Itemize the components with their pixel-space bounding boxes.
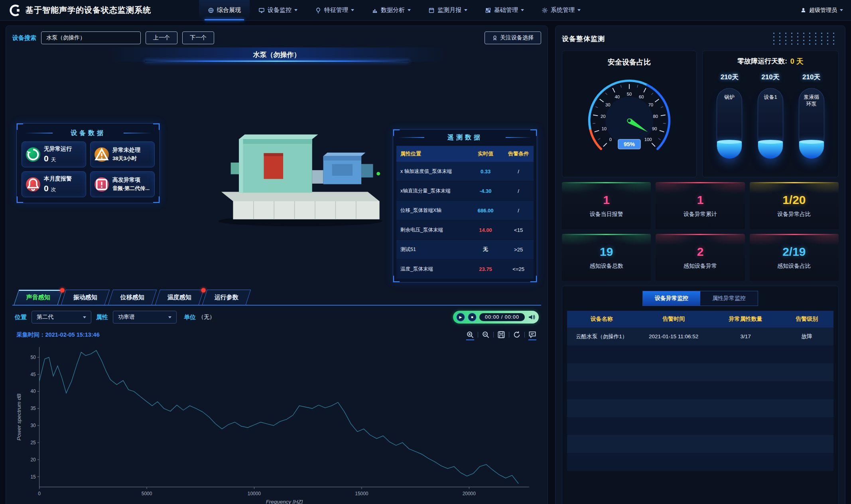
tank-name: 设备1	[758, 94, 783, 101]
alarm-tab-bar: 设备异常监控属性异常监控	[642, 291, 758, 306]
alarm-time: 2021-01-15 11:06:52	[636, 333, 711, 339]
machine-3d-view[interactable]	[204, 95, 391, 239]
device-title-banner: 水泵（勿操作）	[12, 47, 541, 62]
monitor-icon	[258, 7, 265, 14]
user-icon	[800, 7, 806, 13]
next-device-button[interactable]: 下一个	[182, 31, 214, 44]
attribute-select[interactable]: 功率谱	[113, 311, 177, 324]
analysis-icon	[372, 7, 378, 14]
nav-item-feature[interactable]: 特征管理	[306, 0, 363, 20]
stat-value: 19	[600, 245, 613, 259]
telemetry-attr: 测试51	[396, 246, 468, 253]
tank-name: 锅炉	[717, 94, 742, 101]
sense-tab[interactable]: 位移感知	[108, 290, 157, 305]
telemetry-cond: /	[503, 208, 534, 214]
nav-label: 设备监控	[268, 6, 292, 14]
tile-label: 本月度报警	[44, 175, 72, 182]
alarm-tab[interactable]: 设备异常监控	[643, 291, 700, 306]
feature-icon	[315, 7, 321, 14]
position-select[interactable]: 第二代	[32, 311, 91, 324]
user-name: 超级管理员	[809, 7, 837, 14]
base-icon	[485, 7, 491, 14]
alarm-row-empty	[567, 381, 833, 399]
chevron-down-icon	[464, 9, 467, 11]
alert-dot-badge	[60, 288, 65, 292]
stop-icon[interactable]: ■	[468, 313, 477, 322]
svg-text:0: 0	[38, 491, 41, 496]
refresh-icon[interactable]	[512, 330, 522, 339]
sense-tab-label: 位移感知	[120, 294, 144, 301]
alarm-row[interactable]: 云酷水泵（勿操作1）2021-01-15 11:06:523/17故障	[567, 328, 833, 345]
tank-liquid	[799, 142, 824, 159]
svg-text:40: 40	[30, 388, 36, 394]
overview-stat-card: 2感知设备异常	[656, 234, 745, 281]
report-icon	[428, 7, 435, 14]
stat-edge-glow	[750, 182, 839, 183]
save-icon	[496, 330, 506, 339]
position-label: 位置	[15, 314, 27, 321]
telemetry-cond: /	[503, 169, 534, 175]
chevron-down-icon	[408, 9, 411, 11]
svg-text:40: 40	[615, 94, 620, 99]
zoom-reset-icon[interactable]	[481, 330, 491, 339]
dashboard-icon	[208, 7, 214, 14]
telemetry-value: 686.00	[468, 208, 503, 214]
sense-tab[interactable]: 振动感知	[61, 290, 110, 305]
search-input[interactable]	[41, 31, 141, 44]
dashboard-icon	[208, 7, 214, 14]
svg-text:20: 20	[601, 114, 606, 119]
svg-text:25: 25	[30, 440, 36, 445]
sense-tab-label: 运行参数	[215, 294, 238, 301]
user-menu[interactable]: 超级管理员	[800, 7, 843, 14]
base-icon	[485, 7, 491, 14]
tank-liquid	[758, 142, 783, 159]
svg-text:5000: 5000	[142, 491, 152, 496]
audio-player[interactable]: ▶ ■ 00:00 / 00:00	[453, 311, 539, 324]
svg-text:35: 35	[30, 406, 36, 411]
telemetry-rows: x 轴加速度值_泵体末端0.33/x轴直流分量_泵体末端-4.30/位移_泵体首…	[396, 162, 534, 279]
svg-text:15000: 15000	[355, 491, 368, 496]
monitor-icon	[258, 7, 265, 14]
attribute-label: 属性	[96, 314, 108, 321]
play-icon[interactable]: ▶	[456, 313, 465, 322]
save-icon[interactable]	[496, 330, 506, 339]
telemetry-attr: x轴直流分量_泵体末端	[396, 188, 468, 194]
alarm-col-header: 设备名称	[567, 316, 636, 323]
follow-device-button[interactable]: 关注设备选择	[485, 31, 541, 44]
chart-header: 采集时间： 2021-02-05 15:13:46	[12, 329, 541, 341]
decorative-dots	[771, 31, 839, 46]
nav-item-report[interactable]: 监测月报	[420, 0, 476, 20]
sense-tab[interactable]: 声音感知	[14, 290, 63, 305]
top-nav-bar: 基于智能声学的设备状态监测系统 综合展现设备监控特征管理数据分析监测月报基础管理…	[0, 0, 851, 21]
zoom-select-icon[interactable]	[465, 330, 475, 339]
overview-stat-card: 2/19感知设备占比	[750, 234, 839, 281]
sense-tab-label: 振动感知	[73, 294, 97, 301]
tank-cylinder: 锅炉	[717, 88, 742, 159]
nav-item-dashboard[interactable]: 综合展现	[199, 0, 250, 20]
device-data-tiles: 无异常运行0 天异常未处理38天3小时本月度报警0 次高发异常项音频-第二代传.…	[22, 141, 155, 197]
device-3d-viewer: 设备数据 无异常运行0 天异常未处理38天3小时本月度报警0 次高发异常项音频-…	[12, 63, 541, 286]
nav-item-base[interactable]: 基础管理	[476, 0, 533, 20]
alarm-attr-count: 3/17	[711, 333, 780, 339]
frame-corner	[530, 276, 537, 282]
follow-device-icon	[492, 35, 498, 41]
sense-tab[interactable]: 运行参数	[202, 290, 251, 305]
alarm-icon	[26, 177, 40, 192]
prev-device-button[interactable]: 上一个	[146, 31, 177, 44]
zero-fault-value: 0 天	[790, 57, 804, 66]
zoom-reset-icon	[481, 330, 491, 339]
comment-icon[interactable]	[528, 330, 537, 339]
volume-icon[interactable]	[528, 313, 536, 321]
alarm-row-empty	[567, 345, 833, 363]
nav-item-analysis[interactable]: 数据分析	[363, 0, 420, 20]
zero-fault-label: 零故障运行天数:	[737, 57, 787, 66]
nav-item-system[interactable]: 系统管理	[533, 0, 589, 20]
stat-edge-glow	[750, 234, 839, 235]
tile-value: 0 天	[44, 154, 72, 163]
telemetry-col-cond: 告警条件	[503, 150, 534, 157]
alarm-tab[interactable]: 属性异常监控	[700, 291, 758, 306]
alarm-icon	[26, 177, 40, 192]
nav-item-monitor[interactable]: 设备监控	[250, 0, 306, 20]
telemetry-cond: <15	[503, 227, 534, 233]
sense-tab[interactable]: 温度感知	[155, 290, 204, 305]
